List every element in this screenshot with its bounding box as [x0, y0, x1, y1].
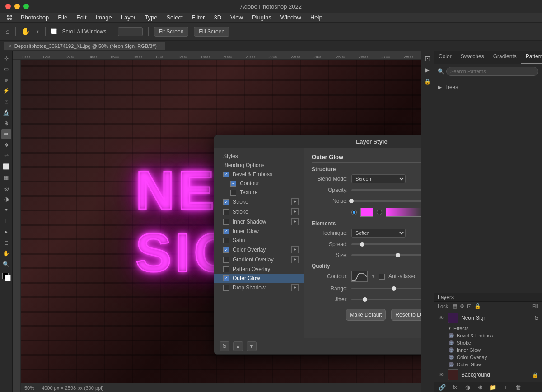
spread-slider[interactable] — [351, 243, 421, 245]
menu-select[interactable]: Select — [163, 13, 186, 22]
layer-effects-icon[interactable]: fx — [450, 383, 459, 392]
minimize-dot[interactable] — [14, 4, 20, 9]
anti-alias-checkbox[interactable] — [379, 274, 385, 280]
inner-glow-item[interactable]: ✓ Inner Glow — [214, 227, 304, 236]
contour-checkbox[interactable]: ✓ — [230, 181, 236, 187]
glow-color-swatch[interactable] — [360, 208, 373, 217]
outer-glow-item[interactable]: ✓ Outer Glow — [214, 274, 304, 283]
blend-mode-select[interactable]: ScreenNormalMultiply — [351, 174, 406, 183]
new-fill-layer-icon[interactable]: ⊕ — [476, 383, 485, 392]
effects-expand-icon[interactable]: ▾ — [449, 326, 451, 331]
lock-move-icon[interactable]: ✥ — [460, 303, 464, 309]
history-brush[interactable]: ↩ — [1, 151, 11, 161]
gradient-tool[interactable]: ▦ — [1, 173, 11, 182]
text-tool[interactable]: T — [1, 216, 11, 226]
opacity-slider[interactable] — [351, 189, 421, 191]
menu-photoshop[interactable]: Photoshop — [17, 13, 52, 22]
move-up-button[interactable]: ▲ — [233, 341, 243, 351]
lasso-tool[interactable]: ⌾ — [1, 75, 11, 85]
technique-select[interactable]: SofterPrecise — [351, 229, 406, 238]
patterns-search-input[interactable] — [446, 67, 538, 76]
gradient-radio[interactable] — [377, 210, 382, 215]
tab-color[interactable]: Color — [434, 51, 456, 64]
outer-glow-checkbox[interactable]: ✓ — [223, 275, 229, 281]
effect-stroke[interactable]: ◎ Stroke — [434, 339, 542, 346]
layer-mask-icon[interactable]: ◑ — [463, 383, 472, 392]
menu-3d[interactable]: 3D — [210, 13, 225, 22]
drop-shadow-item[interactable]: Drop Shadow + — [214, 283, 304, 293]
inner-glow-checkbox[interactable]: ✓ — [223, 229, 229, 234]
doc-close-icon[interactable]: × — [9, 43, 12, 48]
marquee-tool[interactable]: ▭ — [1, 64, 11, 74]
fill-screen-button[interactable]: Fill Screen — [194, 27, 229, 37]
layer-neon-sign[interactable]: 👁 T Neon Sign fx — [434, 311, 542, 325]
stroke-add-2[interactable]: + — [291, 208, 299, 215]
stroke-add-1[interactable]: + — [291, 198, 299, 205]
dodge-tool[interactable]: ◑ — [1, 194, 11, 204]
color-overlay-checkbox[interactable]: ✓ — [223, 247, 229, 253]
home-icon[interactable]: ⌂ — [5, 28, 10, 36]
solid-color-radio[interactable] — [351, 210, 357, 215]
make-default-button[interactable]: Make Default — [346, 309, 386, 321]
hand-tool[interactable]: ✋ — [1, 248, 11, 258]
maximize-dot[interactable] — [23, 4, 29, 9]
layer-fx-icon-neon[interactable]: fx — [534, 315, 538, 321]
menu-filter[interactable]: Filter — [188, 13, 209, 22]
strip-icon-3[interactable]: 🔒 — [423, 77, 433, 87]
crop-tool[interactable]: ⊡ — [1, 97, 11, 107]
lock-all-icon[interactable]: 🔒 — [474, 303, 481, 309]
new-group-icon[interactable]: 📁 — [488, 383, 497, 392]
zoom-tool[interactable]: 🔍 — [1, 259, 11, 269]
stroke-checkbox-2[interactable] — [223, 209, 229, 215]
tab-gradients[interactable]: Gradients — [489, 51, 521, 64]
scroll-all-checkbox[interactable] — [51, 28, 57, 34]
path-selection[interactable]: ▸ — [1, 227, 11, 237]
blending-options-item[interactable]: Blending Options — [214, 161, 304, 170]
contour-subitem[interactable]: ✓ Contour — [214, 179, 304, 188]
satin-checkbox[interactable] — [223, 238, 229, 243]
menu-file[interactable]: File — [54, 13, 71, 22]
new-layer-icon[interactable]: + — [501, 383, 510, 392]
inner-shadow-item[interactable]: Inner Shadow + — [214, 217, 304, 227]
gradient-overlay-checkbox[interactable] — [223, 257, 229, 263]
contour-chevron[interactable]: ▼ — [371, 274, 375, 279]
eyedropper-tool[interactable]: 🔬 — [1, 107, 11, 117]
jitter-slider[interactable] — [351, 299, 421, 300]
color-overlay-add[interactable]: + — [291, 246, 299, 253]
bevel-emboss-checkbox[interactable]: ✓ — [223, 172, 229, 177]
menu-type[interactable]: Type — [141, 13, 161, 22]
document-tab[interactable]: × Depositphotos_306174192_XL.jpg @ 50% (… — [4, 42, 165, 50]
drop-shadow-add[interactable]: + — [291, 284, 299, 291]
tab-swatches[interactable]: Swatches — [456, 51, 489, 64]
blur-tool[interactable]: ◎ — [1, 183, 11, 193]
link-layers-icon[interactable]: 🔗 — [438, 383, 447, 392]
healing-tool[interactable]: ⊕ — [1, 118, 11, 128]
delete-layer-icon[interactable]: 🗑 — [514, 383, 523, 392]
menu-layer[interactable]: Layer — [117, 13, 140, 22]
move-tool[interactable]: ⊹ — [1, 53, 11, 63]
effect-outer-glow[interactable]: ◎ Outer Glow — [434, 361, 542, 368]
effect-color-overlay[interactable]: ◎ Color Overlay — [434, 354, 542, 361]
inner-shadow-add[interactable]: + — [291, 218, 299, 225]
close-dot[interactable] — [5, 4, 11, 9]
clone-tool[interactable]: ✲ — [1, 140, 11, 150]
hand-tool-icon[interactable]: ✋ — [21, 27, 30, 36]
color-overlay-item[interactable]: ✓ Color Overlay + — [214, 245, 304, 255]
layer-visibility-bg[interactable]: 👁 — [438, 371, 445, 378]
menu-view[interactable]: View — [227, 13, 247, 22]
brush-tool[interactable]: ✏ — [1, 129, 11, 139]
inner-shadow-checkbox[interactable] — [223, 219, 229, 225]
size-slider[interactable] — [351, 254, 421, 256]
satin-item[interactable]: Satin — [214, 236, 304, 245]
gradient-overlay-add[interactable]: + — [291, 256, 299, 263]
move-down-button[interactable]: ▼ — [247, 341, 257, 351]
strip-icon-2[interactable]: ▶ — [423, 65, 433, 75]
noise-slider[interactable] — [351, 200, 421, 202]
menu-image[interactable]: Image — [92, 13, 116, 22]
reset-default-button[interactable]: Reset to Default — [391, 309, 421, 321]
pen-tool[interactable]: ✒ — [1, 205, 11, 215]
range-slider[interactable] — [351, 288, 421, 289]
stroke-item-2[interactable]: Stroke + — [214, 207, 304, 217]
bevel-emboss-item[interactable]: ✓ Bevel & Emboss — [214, 170, 304, 179]
styles-menu-item[interactable]: Styles — [214, 152, 304, 161]
